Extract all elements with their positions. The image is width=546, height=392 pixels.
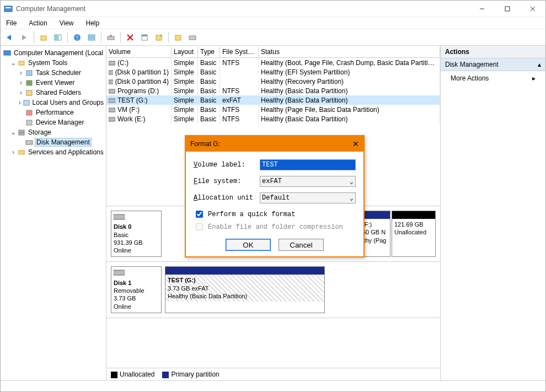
close-button[interactable] bbox=[520, 1, 545, 17]
expand-icon[interactable]: › bbox=[17, 99, 23, 106]
cancel-button[interactable]: Cancel bbox=[279, 239, 324, 251]
col-type[interactable]: Type bbox=[198, 47, 220, 57]
svg-rect-33 bbox=[19, 130, 24, 132]
unallocated-space[interactable]: 121.69 GBUnallocated bbox=[392, 211, 436, 257]
tree-root[interactable]: Computer Management (Local bbox=[2, 48, 105, 58]
volume-list-header[interactable]: Volume Layout Type File System Status bbox=[106, 46, 440, 58]
svg-rect-42 bbox=[109, 99, 115, 103]
svg-point-16 bbox=[110, 35, 112, 37]
disk-icon bbox=[25, 138, 34, 146]
filesystem-label: File system: bbox=[194, 178, 260, 185]
action-button-1[interactable] bbox=[153, 31, 165, 44]
properties-button[interactable] bbox=[138, 31, 151, 44]
dialog-title: Format G: bbox=[190, 140, 220, 148]
svg-rect-40 bbox=[109, 80, 113, 84]
tools-icon bbox=[17, 59, 26, 67]
refresh-button[interactable] bbox=[105, 31, 117, 44]
tree-storage[interactable]: ⌄ Storage bbox=[2, 127, 105, 137]
quick-format-checkbox[interactable]: Perform a quick format bbox=[194, 209, 356, 219]
item-icon bbox=[25, 69, 34, 77]
tree-diskmgmt[interactable]: Disk Management bbox=[2, 137, 105, 147]
svg-rect-8 bbox=[41, 36, 46, 40]
col-volume[interactable]: Volume bbox=[106, 47, 172, 57]
minimize-button[interactable] bbox=[469, 1, 495, 17]
volume-row[interactable]: (Disk 0 partition 1)SimpleBasicHealthy (… bbox=[106, 67, 440, 77]
collapse-icon[interactable]: ⌄ bbox=[9, 128, 17, 136]
up-button[interactable] bbox=[38, 31, 50, 44]
volume-row[interactable]: TEST (G:)SimpleBasicexFATHealthy (Basic … bbox=[106, 95, 440, 105]
volume-row[interactable]: VM (F:)SimpleBasicNTFSHealthy (Page File… bbox=[106, 105, 440, 114]
nav-tree[interactable]: Computer Management (Local ⌄ System Tool… bbox=[1, 46, 106, 380]
maximize-button[interactable] bbox=[495, 1, 520, 17]
tree-item[interactable]: Performance bbox=[2, 108, 105, 117]
action-button-3[interactable] bbox=[186, 31, 199, 44]
svg-rect-3 bbox=[505, 7, 510, 11]
svg-rect-20 bbox=[142, 35, 147, 36]
svg-rect-46 bbox=[114, 270, 125, 275]
svg-rect-45 bbox=[114, 214, 125, 219]
item-icon bbox=[23, 99, 30, 106]
ok-button[interactable]: OK bbox=[226, 239, 271, 251]
expand-icon[interactable]: › bbox=[9, 148, 17, 156]
disk0-header[interactable]: Disk 0 Basic 931.39 GB Online bbox=[111, 211, 162, 257]
storage-icon bbox=[17, 128, 26, 136]
volume-label-input[interactable] bbox=[260, 159, 356, 170]
volume-row[interactable]: (C:)SimpleBasicNTFSHealthy (Boot, Page F… bbox=[106, 58, 440, 67]
window-title: Computer Management bbox=[16, 5, 469, 13]
disk1-header[interactable]: Disk 1 Removable 3.73 GB Online bbox=[111, 266, 162, 313]
svg-marker-6 bbox=[7, 35, 11, 40]
help-button[interactable]: ? bbox=[71, 31, 83, 44]
svg-rect-25 bbox=[4, 51, 10, 55]
filesystem-select[interactable]: exFAT ⌄ bbox=[260, 176, 356, 187]
svg-rect-44 bbox=[109, 117, 115, 121]
status-strip bbox=[1, 380, 545, 391]
titlebar: Computer Management bbox=[1, 1, 545, 17]
view-button-1[interactable] bbox=[52, 31, 64, 44]
expand-icon[interactable]: › bbox=[17, 79, 25, 87]
tree-systools[interactable]: ⌄ System Tools bbox=[2, 58, 105, 68]
tree-item[interactable]: ›Task Scheduler bbox=[2, 68, 105, 78]
computer-icon bbox=[3, 49, 12, 57]
tree-item[interactable]: ›Local Users and Groups bbox=[2, 98, 105, 108]
svg-marker-7 bbox=[22, 35, 26, 40]
collapse-icon[interactable]: ⌄ bbox=[9, 59, 17, 67]
tree-services[interactable]: › Services and Applications bbox=[2, 147, 105, 157]
svg-rect-37 bbox=[19, 151, 24, 154]
more-actions[interactable]: More Actions ▸ bbox=[441, 71, 545, 85]
volume-row[interactable]: (Disk 0 partition 4)SimpleBasicHealthy (… bbox=[106, 77, 440, 86]
tree-item[interactable]: ›Shared Folders bbox=[2, 88, 105, 98]
svg-rect-9 bbox=[55, 35, 57, 40]
dialog-close-button[interactable]: ✕ bbox=[352, 139, 359, 149]
expand-icon[interactable]: › bbox=[17, 89, 25, 96]
expand-icon[interactable]: › bbox=[17, 69, 25, 77]
item-icon bbox=[25, 109, 34, 116]
volume-row[interactable]: Work (E:)SimpleBasicNTFSHealthy (Basic D… bbox=[106, 114, 440, 123]
actions-section[interactable]: Disk Management ▴ bbox=[441, 58, 545, 71]
delete-button[interactable] bbox=[124, 31, 136, 44]
allocation-unit-select[interactable]: Default ⌄ bbox=[260, 192, 356, 203]
menu-action[interactable]: Action bbox=[26, 18, 49, 28]
back-button[interactable] bbox=[4, 31, 16, 44]
action-button-2[interactable] bbox=[172, 31, 184, 44]
dialog-titlebar[interactable]: Format G: ✕ bbox=[186, 136, 363, 152]
legend-unallocated: Unallocated bbox=[111, 370, 154, 378]
col-status[interactable]: Status bbox=[259, 47, 440, 57]
disk1-partition[interactable]: TEST (G:) 3.73 GB exFAT Healthy (Basic D… bbox=[165, 266, 325, 313]
menu-view[interactable]: View bbox=[57, 18, 76, 28]
allocation-unit-label: Allocation unit bbox=[194, 194, 260, 202]
item-icon bbox=[25, 89, 34, 96]
chevron-right-icon: ▸ bbox=[532, 74, 536, 82]
disk1-map: Disk 1 Removable 3.73 GB Online TEST (G:… bbox=[106, 262, 440, 318]
actions-pane: Actions Disk Management ▴ More Actions ▸ bbox=[441, 46, 545, 380]
view-button-2[interactable] bbox=[85, 31, 98, 44]
col-layout[interactable]: Layout bbox=[172, 47, 198, 57]
menu-file[interactable]: File bbox=[4, 18, 19, 28]
col-filesystem[interactable]: File System bbox=[220, 47, 259, 57]
menu-help[interactable]: Help bbox=[84, 18, 102, 28]
svg-rect-41 bbox=[109, 89, 115, 93]
volume-row[interactable]: Programs (D:)SimpleBasicNTFSHealthy (Bas… bbox=[106, 86, 440, 95]
item-icon bbox=[25, 79, 34, 87]
tree-item[interactable]: ›Event Viewer bbox=[2, 78, 105, 88]
tree-item[interactable]: Device Manager bbox=[2, 117, 105, 127]
forward-button[interactable] bbox=[18, 31, 30, 44]
